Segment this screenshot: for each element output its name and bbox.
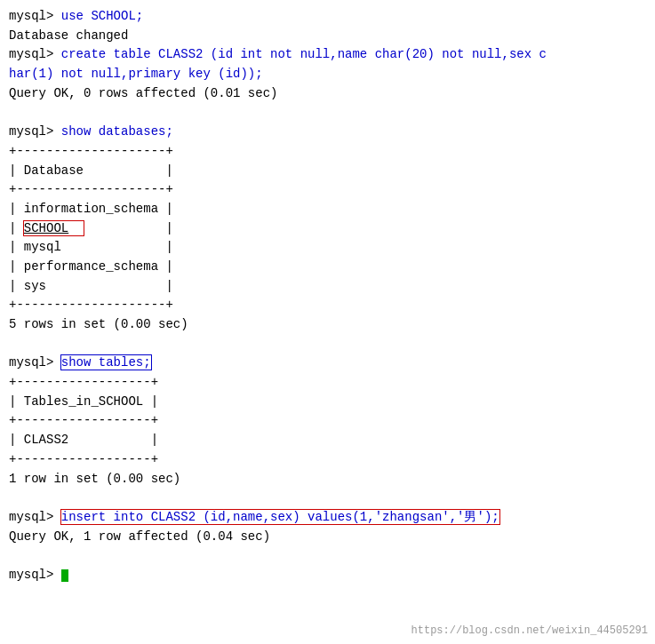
table-border-bottom: +--------------------+: [9, 296, 646, 315]
cmd-show-tables: show tables;: [61, 355, 151, 370]
tables-border-top: +------------------+: [9, 373, 646, 393]
output-query-ok-1: Query OK, 0 rows affected (0.01 sec): [9, 86, 277, 100]
prompt-7: mysql>: [9, 124, 61, 139]
cmd-insert: insert into CLASS2 (id,name,sex) values(…: [61, 510, 499, 524]
watermark: https://blog.csdn.net/weixin_44505291: [411, 624, 648, 637]
line-query-ok-1: Query OK, 0 rows affected (0.01 sec): [9, 84, 646, 104]
output-1-row: 1 row in set (0.00 sec): [9, 470, 646, 489]
insert-highlight: insert into CLASS2 (id,name,sex) values(…: [61, 510, 499, 524]
terminal-cursor: [61, 569, 68, 582]
cmd-use-school: use SCHOOL;: [61, 9, 143, 23]
table-row-perf-schema: | performance_schema |: [9, 258, 646, 277]
output-db-changed: Database changed: [9, 28, 128, 43]
blank-1: [9, 103, 646, 123]
terminal-window: mysql> use SCHOOL; Database changed mysq…: [0, 0, 655, 644]
prompt-final: mysql>: [9, 568, 61, 582]
line-insert: mysql> insert into CLASS2 (id,name,sex) …: [9, 508, 646, 528]
show-tables-highlight: show tables;: [61, 355, 151, 370]
prompt-1: mysql>: [9, 9, 61, 23]
cmd-create-2: har(1) not null,primary key (id));: [9, 67, 263, 81]
line-show-tables: mysql> show tables;: [9, 354, 646, 373]
prompt-19: mysql>: [9, 355, 61, 370]
tables-header: | Tables_in_SCHOOL |: [9, 393, 646, 412]
table-row-mysql: | mysql |: [9, 238, 646, 258]
table-row-school: | SCHOOL |: [9, 219, 646, 239]
table-row-info-schema: | information_schema |: [9, 200, 646, 219]
blank-3: [9, 489, 646, 508]
table-row-class2: | CLASS2 |: [9, 431, 646, 450]
tables-border-mid: +------------------+: [9, 411, 646, 431]
school-name: SCHOOL: [24, 221, 68, 235]
output-query-ok-2: Query OK, 1 row affected (0.04 sec): [9, 528, 646, 547]
output-5-rows: 5 rows in set (0.00 sec): [9, 315, 646, 335]
table-row-sys: | sys |: [9, 277, 646, 297]
table-border-mid: +--------------------+: [9, 180, 646, 200]
tables-border-bottom: +------------------+: [9, 450, 646, 470]
prompt-3: mysql>: [9, 47, 61, 61]
prompt-27: mysql>: [9, 510, 61, 524]
line-db-changed: Database changed: [9, 27, 646, 46]
blank-2: [9, 335, 646, 354]
line-create-table-2: har(1) not null,primary key (id));: [9, 65, 646, 84]
school-highlight: SCHOOL: [24, 221, 84, 235]
table-header: | Database |: [9, 162, 646, 181]
line-create-table-1: mysql> create table CLASS2 (id int not n…: [9, 45, 646, 65]
line-cursor: mysql>: [9, 566, 646, 585]
cmd-create-1: create table CLASS2 (id int not null,nam…: [61, 47, 547, 61]
blank-4: [9, 546, 646, 566]
table-border-top: +--------------------+: [9, 142, 646, 162]
line-use-school: mysql> use SCHOOL;: [9, 7, 646, 27]
cmd-show-databases: show databases;: [61, 124, 173, 139]
line-show-databases: mysql> show databases;: [9, 123, 646, 142]
